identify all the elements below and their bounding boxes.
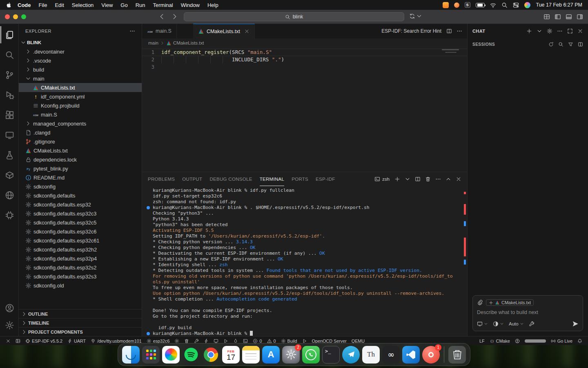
status-panel-layout[interactable] bbox=[13, 337, 23, 345]
tree-item-dependencies-lock[interactable]: dependencies.lock bbox=[19, 155, 142, 164]
breadcrumb-item[interactable]: CMakeLists.txt bbox=[173, 40, 204, 45]
tree-item-sdkconfig-defaults-esp32p4[interactable]: sdkconfig.defaults.esp32p4 bbox=[19, 254, 142, 263]
dock-spotify[interactable] bbox=[182, 346, 200, 364]
dock-calendar[interactable]: FEB17 bbox=[222, 346, 240, 364]
panel-left-icon[interactable] bbox=[555, 13, 561, 20]
close-window-button[interactable] bbox=[5, 14, 10, 19]
tree-item--devcontainer[interactable]: .devcontainer bbox=[19, 47, 142, 56]
tree-item--gitignore[interactable]: .gitignore bbox=[19, 137, 142, 146]
back-icon[interactable] bbox=[158, 13, 165, 20]
tab-main-s[interactable]: ASMmain.S bbox=[142, 24, 177, 38]
command-decoration-icon[interactable] bbox=[147, 332, 150, 335]
panel-tab-esp-idf[interactable]: ESP-IDF bbox=[316, 172, 335, 186]
menu-app-name[interactable]: Code bbox=[18, 2, 31, 8]
kebab-icon[interactable] bbox=[435, 176, 441, 182]
menu-terminal[interactable]: Terminal bbox=[153, 2, 173, 8]
tree-item-cmakelists-txt[interactable]: CMakeLists.txt bbox=[19, 83, 142, 92]
terminal[interactable]: kurian@Kurians-MacBook-Air blink % idf.p… bbox=[142, 186, 467, 336]
section-project-components[interactable]: PROJECT COMPONENTS bbox=[19, 327, 142, 336]
dock-settings[interactable]: 2 bbox=[282, 346, 300, 364]
tree-item-readme-md[interactable]: README.md bbox=[19, 173, 142, 182]
tree-item-sdkconfig-defaults-esp32h2[interactable]: sdkconfig.defaults.esp32h2 bbox=[19, 245, 142, 254]
activity-manage[interactable] bbox=[0, 316, 18, 334]
split-icon[interactable] bbox=[578, 42, 583, 47]
battery-icon[interactable] bbox=[476, 3, 485, 7]
section-timeline[interactable]: TIMELINE bbox=[19, 318, 142, 327]
dock-things[interactable]: Th bbox=[362, 346, 380, 364]
command-decoration-icon[interactable] bbox=[147, 206, 150, 209]
attach-icon[interactable] bbox=[477, 300, 483, 305]
activity-run-and-debug[interactable] bbox=[0, 86, 18, 103]
menu-help[interactable]: Help bbox=[207, 2, 218, 8]
tree-item-sdkconfig-defaults-esp32c3[interactable]: sdkconfig.defaults.esp32c3 bbox=[19, 209, 142, 218]
kebab-icon[interactable] bbox=[557, 28, 563, 34]
dock-vscode[interactable] bbox=[402, 346, 420, 364]
siri-icon[interactable] bbox=[524, 2, 530, 8]
menu-run[interactable]: Run bbox=[136, 2, 145, 8]
tree-item-main[interactable]: main bbox=[19, 74, 142, 83]
editor[interactable]: 1idf_component_register(SRCS "main.S"2IN… bbox=[142, 47, 467, 172]
status-copilot[interactable] bbox=[512, 337, 522, 345]
menu-file[interactable]: File bbox=[39, 2, 47, 8]
section-outline[interactable]: OUTLINE bbox=[19, 309, 142, 318]
espidf-search-error-hint[interactable]: ESP-IDF: Search Error Hint bbox=[381, 28, 441, 34]
composer-control-tools[interactable] bbox=[529, 321, 535, 327]
refresh-icon[interactable] bbox=[548, 42, 554, 47]
kebab-icon[interactable] bbox=[457, 28, 462, 34]
filter-icon[interactable] bbox=[568, 42, 573, 47]
activity-source-control[interactable] bbox=[0, 66, 18, 83]
status-remote[interactable] bbox=[3, 337, 13, 345]
panel-tab-terminal[interactable]: TERMINAL bbox=[260, 172, 285, 186]
branch-sync-control[interactable] bbox=[409, 13, 422, 19]
trash-icon[interactable] bbox=[425, 176, 431, 182]
menu-go[interactable]: Go bbox=[120, 2, 127, 8]
chevron-down-icon[interactable] bbox=[537, 28, 542, 34]
chat-composer[interactable]: CMakeLists.txt Describe what to build ne… bbox=[472, 295, 583, 331]
activity-extensions[interactable] bbox=[0, 106, 18, 123]
s-app-icon[interactable]: S bbox=[465, 2, 470, 8]
tree-item--clangd[interactable]: .clangd bbox=[19, 128, 142, 137]
gear-icon[interactable] bbox=[547, 28, 552, 34]
shell-indicator[interactable]: zsh bbox=[374, 176, 390, 182]
tab-cmakelists-txt[interactable]: CMakeLists.txt bbox=[193, 24, 255, 38]
chevron-down-icon[interactable] bbox=[405, 176, 410, 182]
tree-item-sdkconfig-defaults-esp32c61[interactable]: sdkconfig.defaults.esp32c61 bbox=[19, 236, 142, 245]
close-icon[interactable] bbox=[244, 29, 249, 34]
panel-tab-problems[interactable]: PROBLEMS bbox=[148, 172, 175, 186]
dock-whatsapp[interactable] bbox=[302, 346, 320, 364]
status-progress[interactable] bbox=[522, 337, 548, 345]
plus-icon[interactable] bbox=[394, 176, 400, 182]
dock-chrome[interactable] bbox=[202, 346, 220, 364]
dock-trash[interactable] bbox=[448, 346, 466, 364]
layout-grid-icon[interactable] bbox=[543, 13, 550, 20]
status-notifications[interactable] bbox=[575, 337, 585, 345]
terminal-scrollbar[interactable] bbox=[464, 186, 466, 336]
control-center-icon[interactable] bbox=[513, 2, 519, 8]
tree-item-sdkconfig-old[interactable]: sdkconfig.old bbox=[19, 281, 142, 290]
chevron-up-icon[interactable] bbox=[445, 176, 451, 182]
panel-right-icon[interactable] bbox=[577, 13, 583, 20]
composer-control-monitor[interactable] bbox=[477, 321, 488, 327]
apple-menu-icon[interactable] bbox=[6, 2, 11, 8]
breadcrumb[interactable]: mainCMakeLists.txt bbox=[142, 38, 467, 47]
activity-testing[interactable] bbox=[0, 146, 18, 164]
menubar-clock[interactable]: Tue 17 Feb 6:27 PM bbox=[536, 2, 583, 8]
dock-terminal[interactable]: >_ bbox=[322, 346, 340, 364]
command-center[interactable]: blink bbox=[184, 12, 404, 21]
send-icon[interactable] bbox=[572, 321, 579, 327]
minimize-window-button[interactable] bbox=[13, 14, 18, 19]
tree-item-cmakelists-txt[interactable]: CMakeLists.txt bbox=[19, 146, 142, 155]
titlebar[interactable]: blink bbox=[0, 10, 588, 24]
kebab-icon[interactable] bbox=[129, 28, 135, 34]
panel-tab-ports[interactable]: PORTS bbox=[292, 172, 308, 186]
composer-control-auto[interactable]: Auto bbox=[509, 321, 524, 326]
dock-notes[interactable] bbox=[242, 346, 260, 364]
tree-item-kconfig-projbuild[interactable]: Kconfig.projbuild bbox=[19, 101, 142, 110]
wifi-icon[interactable] bbox=[490, 2, 496, 8]
context-chip[interactable]: CMakeLists.txt bbox=[486, 299, 534, 306]
activity-explorer[interactable] bbox=[0, 26, 18, 43]
tree-item-sdkconfig-defaults-esp32c5[interactable]: sdkconfig.defaults.esp32c5 bbox=[19, 218, 142, 227]
activity-search[interactable] bbox=[0, 46, 18, 63]
menu-selection[interactable]: Selection bbox=[72, 2, 94, 8]
tree-item-main-s[interactable]: ASMmain.S bbox=[19, 110, 142, 119]
